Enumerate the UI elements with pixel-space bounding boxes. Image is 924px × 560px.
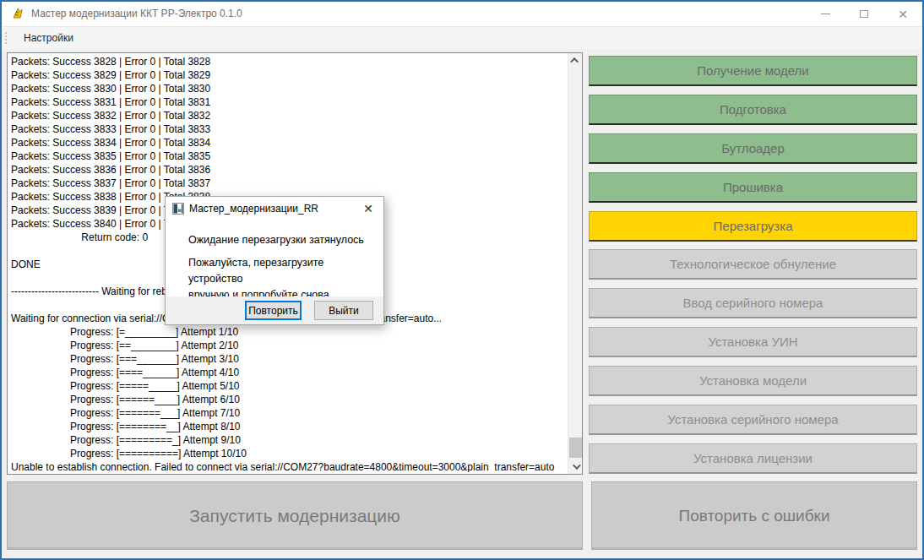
log-line: Packets: Success 3837 | Error 0 | Total … — [11, 177, 566, 190]
dialog-retry-button[interactable]: Повторить — [245, 301, 302, 320]
scroll-up-button[interactable] — [568, 53, 583, 68]
chevron-down-icon — [573, 461, 581, 470]
stage-button-serial-entry[interactable]: Ввод серийного номера — [589, 288, 917, 318]
log-line: Progress: [==________] Attempt 2/10 — [11, 339, 566, 352]
log-scrollbar[interactable] — [568, 53, 582, 474]
start-modernization-button[interactable]: Запустить модернизацию — [7, 481, 583, 550]
dialog-body: Ожидание перезагрузки затянулось Пожалуй… — [188, 234, 377, 303]
log-line: Packets: Success 3828 | Error 0 | Total … — [11, 55, 566, 68]
log-line: Packets: Success 3834 | Error 0 | Total … — [11, 136, 566, 150]
stage-button-serial-set[interactable]: Установка серийного номера — [589, 405, 917, 435]
dialog-title-bar: Мастер_модернизации_RR ✕ — [166, 197, 383, 220]
stage-button-uin-set[interactable]: Установка УИН — [589, 327, 917, 357]
stage-button-model-fetch[interactable]: Получение модели — [589, 56, 917, 86]
reboot-timeout-dialog: Мастер_модернизации_RR ✕ Ожидание переза… — [165, 196, 384, 325]
log-line: Progress: [====______] Attempt 4/10 — [11, 366, 566, 379]
log-line: Progress: [===_______] Attempt 3/10 — [11, 352, 566, 366]
log-line: Progress: [========__] Attempt 8/10 — [11, 420, 566, 433]
chevron-up-icon — [570, 57, 579, 66]
log-line: Progress: [==========] Attempt 10/10 — [11, 447, 566, 460]
log-line: Packets: Success 3836 | Error 0 | Total … — [11, 163, 566, 177]
stage-button-bootloader[interactable]: Бутлоадер — [589, 133, 917, 164]
scrollbar-thumb[interactable] — [569, 438, 582, 458]
dialog-message-line: Пожалуйста, перезагрузите устройство — [188, 255, 377, 287]
stage-button-firmware[interactable]: Прошивка — [589, 172, 917, 203]
maximize-icon — [860, 10, 868, 18]
stage-button-preparation[interactable]: Подготовка — [589, 95, 917, 125]
stage-button-reboot[interactable]: Перезагрузка — [589, 211, 917, 242]
log-line: Packets: Success 3835 | Error 0 | Total … — [11, 150, 566, 163]
toolbar-grip-icon — [5, 32, 7, 46]
app-logo-icon — [11, 7, 24, 20]
log-line: Unable to establish connection. Failed t… — [11, 460, 566, 472]
stage-button-tech-reset[interactable]: Технологическое обнуление — [589, 249, 917, 280]
window-title: Мастер модернизации ККТ РР-Электро 0.1.0 — [31, 2, 242, 26]
close-button[interactable]: ✕ — [883, 2, 922, 26]
log-line: Progress: [=======___] Attempt 7/10 — [11, 406, 566, 420]
stage-button-model-set[interactable]: Установка модели — [589, 366, 917, 396]
minimize-button[interactable] — [806, 2, 845, 26]
dialog-close-button[interactable]: ✕ — [361, 201, 376, 216]
log-line: Progress: [=====_____] Attempt 5/10 — [11, 379, 566, 393]
dialog-title: Мастер_модернизации_RR — [189, 197, 318, 220]
log-line: Packets: Success 3829 | Error 0 | Total … — [11, 68, 566, 82]
dialog-footer: Повторить Выйти — [166, 296, 383, 324]
maximize-button[interactable] — [845, 2, 883, 26]
minimize-icon — [821, 14, 830, 14]
scroll-down-button[interactable] — [568, 459, 583, 474]
log-line: Packets: Success 3832 | Error 0 | Total … — [11, 109, 566, 122]
caption-buttons: ✕ — [806, 2, 922, 26]
dialog-close-icon: ✕ — [363, 202, 373, 215]
app-window: Мастер модернизации ККТ РР-Электро 0.1.0… — [0, 0, 924, 560]
log-line: Progress: [=========_] Attempt 9/10 — [11, 433, 566, 447]
retry-from-error-button[interactable]: Повторить с ошибки — [591, 481, 917, 550]
log-line: Packets: Success 3830 | Error 0 | Total … — [11, 82, 566, 95]
dialog-app-icon — [172, 203, 184, 215]
menu-item-settings[interactable]: Настройки — [19, 27, 78, 50]
log-line: Packets: Success 3833 | Error 0 | Total … — [11, 122, 566, 136]
log-line: Progress: [======____] Attempt 6/10 — [11, 393, 566, 406]
close-icon: ✕ — [898, 8, 908, 20]
menu-bar: Настройки — [2, 26, 922, 49]
dialog-exit-button[interactable]: Выйти — [314, 301, 373, 320]
dialog-message-line: Ожидание перезагрузки затянулось — [188, 234, 377, 246]
stage-button-column: Получение модели Подготовка Бутлоадер Пр… — [589, 56, 917, 474]
stage-button-license-set[interactable]: Установка лицензии — [589, 443, 917, 474]
title-bar: Мастер модернизации ККТ РР-Электро 0.1.0… — [2, 2, 922, 26]
log-line: Packets: Success 3831 | Error 0 | Total … — [11, 95, 566, 109]
log-line: Progress: [=_________] Attempt 1/10 — [11, 325, 566, 339]
